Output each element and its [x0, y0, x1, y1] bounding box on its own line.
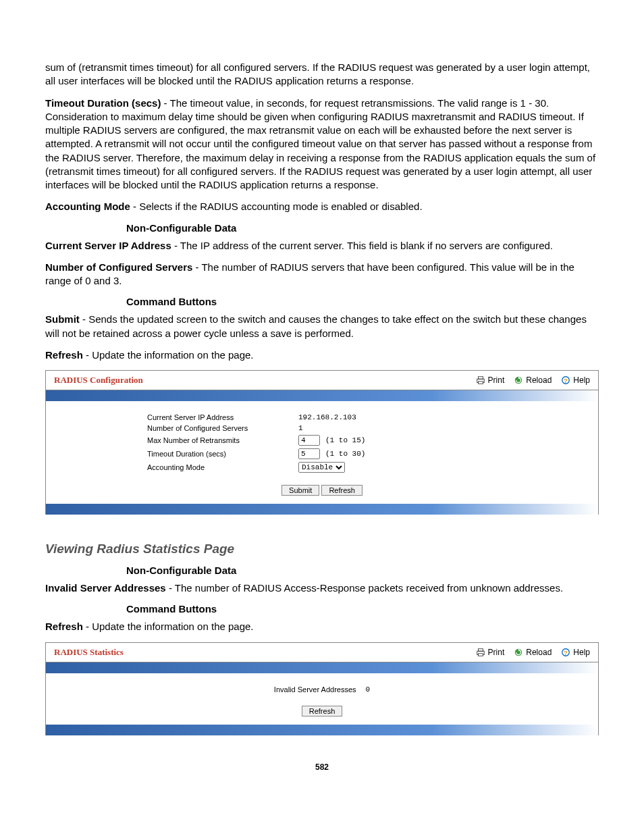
- stats-invalid-label: Invalid Server Addresses: [274, 685, 356, 694]
- button-row: Submit Refresh: [66, 475, 578, 496]
- stats-blue-bar-top: [46, 662, 598, 673]
- svg-rect-1: [478, 377, 483, 380]
- help-label: Help: [573, 375, 590, 385]
- timeout-label-panel: Timeout Duration (secs): [66, 450, 289, 458]
- numsrv-label: Number of Configured Servers: [45, 261, 192, 273]
- stats-page-heading: Viewing Radius Statistics Page: [45, 542, 599, 556]
- row-num-servers: Number of Configured Servers 1: [66, 424, 578, 432]
- row-accounting: Accounting Mode Disable: [66, 462, 578, 473]
- cur-ip-value: 192.168.2.103: [298, 413, 454, 421]
- stats-row-invalid: Invalid Server Addresses 0: [66, 685, 578, 694]
- print-button[interactable]: Print: [476, 375, 505, 385]
- stats-refresh-desc: Refresh - Update the information on the …: [45, 620, 599, 633]
- panel-actions: Print Reload ? Help: [476, 375, 590, 385]
- page-number: 582: [45, 762, 599, 772]
- curip-desc: Current Server IP Address - The IP addre…: [45, 239, 599, 253]
- svg-text:?: ?: [564, 649, 568, 656]
- max-retrans-input[interactable]: [298, 435, 320, 446]
- cur-ip-label: Current Server IP Address: [66, 413, 289, 421]
- stats-panel-title: RADIUS Statistics: [54, 647, 124, 658]
- stats-panel-actions: Print Reload ? Help: [476, 648, 590, 657]
- accounting-select[interactable]: Disable: [298, 462, 345, 473]
- svg-rect-9: [478, 653, 483, 656]
- stats-panel-header: RADIUS Statistics Print Reload ?: [46, 643, 598, 662]
- stats-panel-body: Invalid Server Addresses 0 Refresh: [46, 673, 598, 725]
- timeout-desc: Timeout Duration (secs) - The timeout va…: [45, 97, 599, 192]
- invalid-addr-desc: Invalid Server Addresses - The number of…: [45, 581, 599, 595]
- stats-refresh-text: - Update the information on the page.: [83, 621, 254, 632]
- panel-body: Current Server IP Address 192.168.2.103 …: [46, 401, 598, 504]
- stats-button-row: Refresh: [66, 696, 578, 716]
- blue-bar-top: [46, 390, 598, 401]
- row-max-retransmits: Max Number of Retransmits (1 to 15): [66, 435, 578, 446]
- row-timeout: Timeout Duration (secs) (1 to 30): [66, 448, 578, 459]
- submit-text: - Sends the updated screen to the switch…: [45, 313, 587, 338]
- refresh-label: Refresh: [45, 349, 83, 361]
- num-srv-label: Number of Configured Servers: [66, 424, 289, 432]
- stats-reload-label: Reload: [526, 648, 552, 657]
- acct-text: - Selects if the RADIUS accounting mode …: [130, 201, 423, 212]
- refresh-button[interactable]: Refresh: [321, 485, 363, 496]
- help-icon: ?: [561, 375, 570, 385]
- print-icon: [476, 648, 485, 657]
- acct-label-panel: Accounting Mode: [66, 463, 289, 471]
- acct-label: Accounting Mode: [45, 201, 130, 212]
- intro-continuation: sum of (retransmit times timeout) for al…: [45, 61, 599, 88]
- invalid-addr-label: Invalid Server Addresses: [45, 582, 166, 594]
- timeout-input[interactable]: [298, 448, 320, 459]
- refresh-text: - Update the information on the page.: [83, 349, 254, 361]
- svg-text:?: ?: [564, 377, 568, 384]
- radius-config-panel: RADIUS Configuration Print Reload ?: [45, 370, 599, 515]
- invalid-addr-text: - The number of RADIUS Access-Response p…: [166, 582, 563, 594]
- max-retrans-hint: (1 to 15): [325, 436, 365, 444]
- curip-text: - The IP address of the current server. …: [171, 240, 553, 251]
- curip-label: Current Server IP Address: [45, 240, 171, 251]
- stats-invalid-value: 0: [366, 685, 371, 694]
- stats-cmd-heading: Command Buttons: [126, 603, 599, 615]
- submit-label: Submit: [45, 313, 80, 325]
- blue-bar-bottom: [46, 504, 598, 515]
- refresh-desc: Refresh - Update the information on the …: [45, 348, 599, 362]
- stats-noncfg-heading: Non-Configurable Data: [126, 565, 599, 576]
- help-icon: ?: [561, 648, 570, 657]
- reload-label: Reload: [526, 375, 552, 385]
- help-button[interactable]: ? Help: [561, 375, 590, 385]
- submit-button[interactable]: Submit: [281, 485, 319, 496]
- timeout-label: Timeout Duration (secs): [45, 97, 161, 109]
- reload-button[interactable]: Reload: [514, 375, 552, 385]
- svg-rect-2: [478, 382, 483, 384]
- stats-help-label: Help: [573, 648, 590, 657]
- num-srv-value: 1: [298, 424, 454, 432]
- numsrv-desc: Number of Configured Servers - The numbe…: [45, 261, 599, 288]
- panel-title: RADIUS Configuration: [54, 375, 143, 386]
- max-retrans-label: Max Number of Retransmits: [66, 436, 289, 444]
- noncfg-heading: Non-Configurable Data: [126, 222, 599, 234]
- stats-print-button[interactable]: Print: [476, 648, 505, 657]
- radius-stats-panel: RADIUS Statistics Print Reload ?: [45, 642, 599, 735]
- print-icon: [476, 375, 485, 385]
- stats-help-button[interactable]: ? Help: [561, 648, 590, 657]
- reload-icon: [514, 375, 523, 385]
- svg-rect-8: [478, 648, 483, 651]
- row-current-ip: Current Server IP Address 192.168.2.103: [66, 413, 578, 421]
- stats-refresh-label: Refresh: [45, 621, 83, 632]
- panel-header: RADIUS Configuration Print Reload ?: [46, 371, 598, 390]
- reload-icon: [514, 648, 523, 657]
- stats-blue-bar-bottom: [46, 725, 598, 735]
- submit-desc: Submit - Sends the updated screen to the…: [45, 313, 599, 340]
- cmd-heading: Command Buttons: [126, 296, 599, 307]
- print-label: Print: [488, 375, 505, 385]
- stats-print-label: Print: [488, 648, 505, 657]
- timeout-text: - The timeout value, in seconds, for req…: [45, 97, 595, 191]
- timeout-hint: (1 to 30): [325, 450, 365, 458]
- stats-reload-button[interactable]: Reload: [514, 648, 552, 657]
- accounting-desc: Accounting Mode - Selects if the RADIUS …: [45, 200, 599, 213]
- stats-refresh-button[interactable]: Refresh: [302, 706, 343, 716]
